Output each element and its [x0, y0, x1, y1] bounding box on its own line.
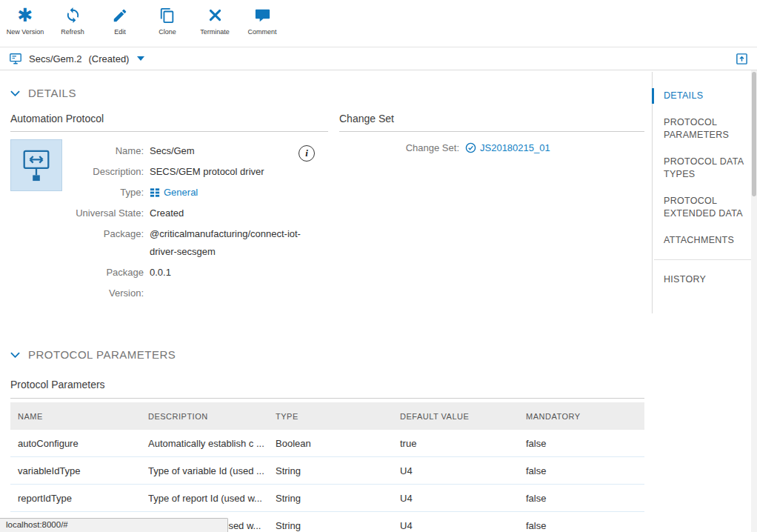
nav-item-history[interactable]: HISTORY	[652, 272, 751, 287]
field-name-value: Secs/Gem	[150, 141, 195, 162]
clone-button[interactable]: Clone	[144, 5, 191, 36]
field-type-label: Type:	[70, 182, 144, 203]
automation-protocol-card: Automation Protocol Name: Secs/	[10, 113, 328, 304]
protocol-parameters-subtitle: Protocol Parameters	[10, 379, 644, 399]
action-toolbar: ✱ New Version Refresh Edit Clone Termina…	[0, 0, 757, 47]
column-header-mandatory: MANDATORY	[518, 402, 644, 430]
terminate-icon	[207, 5, 223, 25]
new-version-icon: ✱	[18, 5, 33, 25]
cell-name: reportIdType	[10, 485, 141, 511]
cell-type: String	[268, 485, 393, 511]
change-set-value: JS20180215_01	[480, 142, 550, 153]
comment-label: Comment	[247, 28, 276, 36]
details-columns: Automation Protocol Name: Secs/	[10, 113, 644, 304]
entity-title-dropdown[interactable]: Secs/Gem.2 (Created)	[9, 52, 144, 65]
field-description-label: Description:	[70, 162, 144, 182]
edit-label: Edit	[114, 28, 126, 36]
info-button[interactable]: i	[299, 145, 315, 162]
details-section-title: DETAILS	[28, 87, 76, 99]
field-description: Description: SECS/GEM protocol driver	[70, 162, 324, 182]
change-set-title: Change Set	[339, 113, 644, 132]
entity-monitor-icon	[9, 52, 22, 65]
edit-icon	[112, 5, 128, 25]
terminate-button[interactable]: Terminate	[191, 5, 239, 36]
automation-protocol-title: Automation Protocol	[10, 113, 328, 132]
cell-type: String	[268, 457, 393, 484]
details-section-header: DETAILS	[10, 87, 644, 99]
nav-divider	[654, 259, 751, 260]
clone-label: Clone	[159, 28, 176, 36]
entity-title: Secs/Gem.2	[29, 53, 82, 64]
change-set-link[interactable]: JS20180215_01	[465, 142, 550, 153]
field-universal-state-value: Created	[150, 203, 184, 224]
refresh-icon	[64, 5, 81, 25]
cell-mandatory: false	[518, 457, 644, 484]
cell-default-value: true	[393, 430, 518, 456]
type-link[interactable]: General	[164, 182, 198, 203]
protocol-parameters-section-header: PROTOCOL PARAMETERS	[10, 348, 644, 361]
refresh-button[interactable]: Refresh	[49, 5, 96, 36]
table-row[interactable]: autoConfigure Automatically establish c …	[10, 430, 644, 457]
new-version-button[interactable]: ✱ New Version	[1, 5, 49, 36]
change-set-label: Change Set:	[339, 142, 459, 153]
protocol-parameters-table: NAME DESCRIPTION TYPE DEFAULT VALUE MAND…	[10, 402, 644, 532]
column-header-type: TYPE	[268, 402, 393, 430]
cell-mandatory: false	[518, 512, 644, 532]
cell-description: Automatically establish c ...	[141, 430, 268, 456]
column-header-description: DESCRIPTION	[141, 402, 268, 430]
open-panel-button[interactable]	[736, 53, 748, 65]
cell-default-value: U4	[393, 512, 518, 532]
nav-item-protocol-parameters[interactable]: PROTOCOL PARAMETERS	[652, 115, 751, 143]
refresh-label: Refresh	[61, 28, 84, 36]
comment-button[interactable]: Comment	[239, 5, 286, 36]
cell-mandatory: false	[518, 430, 644, 456]
field-description-value: SECS/GEM protocol driver	[150, 162, 264, 182]
cell-default-value: U4	[393, 457, 518, 484]
cell-default-value: U4	[393, 485, 518, 511]
table-header-row: NAME DESCRIPTION TYPE DEFAULT VALUE MAND…	[10, 402, 644, 430]
nav-item-details[interactable]: DETAILS	[652, 88, 751, 104]
grid-type-icon	[150, 187, 160, 198]
change-set-card: Change Set Change Set: JS20180215_01	[339, 113, 644, 304]
vertical-scrollbar[interactable]	[751, 70, 757, 532]
column-header-default-value: DEFAULT VALUE	[393, 402, 518, 430]
nav-item-protocol-extended-data[interactable]: PROTOCOL EXTENDED DATA	[652, 193, 751, 222]
cell-mandatory: false	[518, 485, 644, 511]
cell-name: variableIdType	[10, 457, 141, 484]
field-package-version-label: Package Version:	[70, 262, 144, 304]
table-row[interactable]: variableIdType Type of variable Id (used…	[10, 457, 644, 485]
nav-item-protocol-data-types[interactable]: PROTOCOL DATA TYPES	[652, 154, 751, 182]
field-name-label: Name:	[70, 141, 144, 162]
check-circle-icon	[465, 142, 476, 153]
collapse-parameters-chevron-icon[interactable]	[10, 352, 20, 358]
status-url-tooltip: localhost:8000/#	[0, 518, 228, 532]
clone-icon	[159, 5, 176, 25]
field-package-version: Package Version: 0.0.1	[70, 262, 324, 304]
main-area: DETAILS Automation Protocol	[0, 70, 757, 532]
protocol-image	[10, 139, 62, 191]
nav-item-attachments[interactable]: ATTACHMENTS	[652, 233, 751, 248]
protocol-fields: Name: Secs/Gem Description: SECS/GEM pro…	[70, 139, 324, 304]
edit-button[interactable]: Edit	[96, 5, 144, 36]
field-package-version-value: 0.0.1	[150, 262, 171, 304]
field-name: Name: Secs/Gem	[70, 141, 324, 162]
field-type: Type: General	[70, 182, 324, 203]
change-set-field: Change Set: JS20180215_01	[339, 142, 644, 153]
content-panel: DETAILS Automation Protocol	[0, 70, 652, 532]
collapse-details-chevron-icon[interactable]	[10, 90, 20, 96]
field-package-value: @criticalmanufacturing/connect-iot-drive…	[150, 225, 324, 261]
new-version-label: New Version	[7, 28, 44, 36]
comment-icon	[254, 5, 271, 25]
field-package: Package: @criticalmanufacturing/connect-…	[70, 224, 324, 262]
protocol-parameters-section-title: PROTOCOL PARAMETERS	[28, 348, 176, 361]
table-row[interactable]: reportIdType Type of report Id (used w..…	[10, 485, 644, 512]
cell-name: autoConfigure	[10, 430, 141, 456]
entity-titlebar: Secs/Gem.2 (Created)	[0, 47, 757, 70]
cell-description: Type of variable Id (used ...	[141, 457, 268, 484]
entity-state: (Created)	[89, 53, 130, 64]
cell-type: String	[268, 512, 393, 532]
field-universal-state-label: Universal State:	[70, 203, 144, 224]
field-universal-state: Universal State: Created	[70, 203, 324, 224]
scrollbar-thumb[interactable]	[752, 72, 756, 196]
terminate-label: Terminate	[200, 28, 230, 36]
